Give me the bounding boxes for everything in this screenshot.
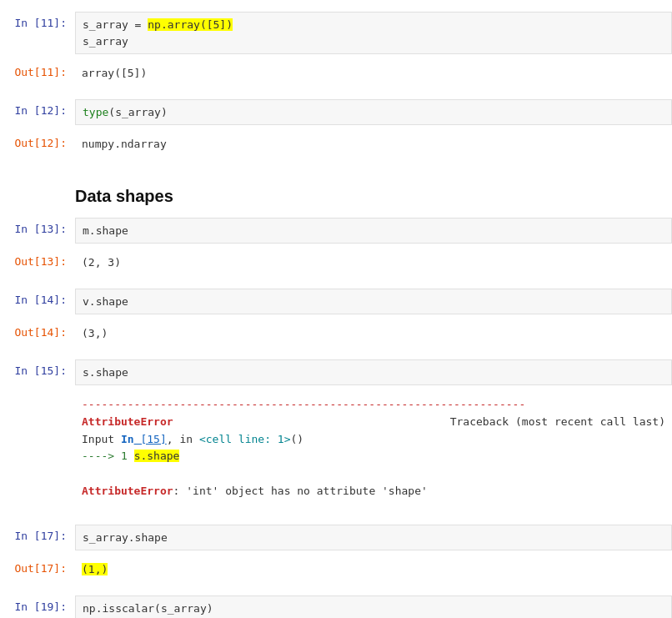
cell-19-in: In [19]: np.isscalar(s_array) <box>0 592 672 618</box>
cell-paren: () <box>290 433 303 445</box>
output-highlight: (1,) <box>82 563 108 575</box>
error-name: AttributeError <box>82 415 173 428</box>
code-text: m.shape <box>83 224 128 237</box>
arrow-text: ----> 1 <box>82 450 134 462</box>
cell-12-out-label: Out[12]: <box>0 132 75 149</box>
in-rest: , in <box>167 433 199 445</box>
traceback-dashes: ----------------------------------------… <box>82 396 665 414</box>
cell-11-output: array([5]) <box>75 61 672 86</box>
notebook: In [11]: s_array = np.array([5]) s_array… <box>0 8 672 618</box>
cell-15-error-output: ----------------------------------------… <box>75 392 672 505</box>
cell-15-error: ----------------------------------------… <box>0 389 672 508</box>
traceback-label: Traceback (most recent call last) <box>450 414 665 431</box>
cell-17-out-label: Out[17]: <box>0 557 75 575</box>
cell-15-in: In [15]: s.shape <box>0 356 672 389</box>
cell-14-code[interactable]: v.shape <box>75 289 672 315</box>
cell-12-in-label: In [12]: <box>0 99 75 117</box>
cell-12-code[interactable]: type(s_array) <box>75 99 672 126</box>
cell-13-in: In [13]: m.shape <box>0 214 672 248</box>
in-ref: [15] <box>134 433 167 445</box>
cell-15-in-label: In [15]: <box>0 359 75 377</box>
cell-17-in-label: In [17]: <box>0 525 75 542</box>
cell-19-code[interactable]: np.isscalar(s_array) <box>75 595 672 618</box>
attr-error-name: AttributeError <box>82 485 173 497</box>
section-heading-data-shapes: Data shapes <box>0 173 672 214</box>
traceback-blank <box>82 465 665 483</box>
cell-line-ref: <cell line: 1> <box>199 433 291 445</box>
code-text: s.shape <box>83 366 128 379</box>
cell-15-error-label <box>0 392 75 397</box>
cell-14-out-label: Out[14]: <box>0 321 75 339</box>
cell-14-in: In [14]: v.shape <box>0 285 672 319</box>
cell-13-output: (2, 3) <box>75 250 672 275</box>
code-text: s_array.shape <box>83 531 168 544</box>
code-highlight: np.array([5]) <box>148 18 233 31</box>
cell-17-in: In [17]: s_array.shape <box>0 521 672 555</box>
arrow-code: s.shape <box>134 450 180 462</box>
code-text2: s_array <box>83 35 128 48</box>
cell-13-code[interactable]: m.shape <box>75 218 672 244</box>
cell-15-code[interactable]: s.shape <box>75 359 672 386</box>
cell-11-out: Out[11]: array([5]) <box>0 58 672 89</box>
code-text: np.isscalar(s_array) <box>83 602 213 615</box>
cell-13-out-label: Out[13]: <box>0 250 75 268</box>
code-text: (s_array) <box>108 106 167 118</box>
cell-14-in-label: In [14]: <box>0 289 75 306</box>
cell-13-out: Out[13]: (2, 3) <box>0 247 672 279</box>
code-text: v.shape <box>83 295 128 308</box>
traceback-input-line: Input In [15], in <cell line: 1>() <box>82 431 665 449</box>
traceback-attr-error: AttributeError: 'int' object has no attr… <box>82 483 665 500</box>
cell-14-output: (3,) <box>75 321 672 346</box>
attr-error-msg: : 'int' object has no attribute 'shape' <box>173 485 428 497</box>
cell-17-out: Out[17]: (1,) <box>0 554 672 585</box>
code-type-fn: type <box>83 106 108 118</box>
cell-17-output: (1,) <box>75 557 672 582</box>
cell-12-in: In [12]: type(s_array) <box>0 96 672 129</box>
cell-13-in-label: In [13]: <box>0 218 75 235</box>
cell-12-output: numpy.ndarray <box>75 132 672 157</box>
cell-11-out-label: Out[11]: <box>0 61 75 78</box>
traceback-header: AttributeError Traceback (most recent ca… <box>82 414 665 431</box>
cell-14-out: Out[14]: (3,) <box>0 318 672 349</box>
cell-11-code[interactable]: s_array = np.array([5]) s_array <box>75 12 672 54</box>
traceback-arrow-line: ----> 1 s.shape <box>82 448 665 465</box>
input-text: Input <box>82 433 121 445</box>
cell-17-code[interactable]: s_array.shape <box>75 525 672 551</box>
cell-11-in-label: In [11]: <box>0 12 75 29</box>
cell-19-in-label: In [19]: <box>0 595 75 613</box>
cell-11-in: In [11]: s_array = np.array([5]) s_array <box>0 8 672 58</box>
in-keyword: In <box>121 433 134 445</box>
code-text: s_array = <box>83 18 148 31</box>
cell-12-out: Out[12]: numpy.ndarray <box>0 128 672 160</box>
